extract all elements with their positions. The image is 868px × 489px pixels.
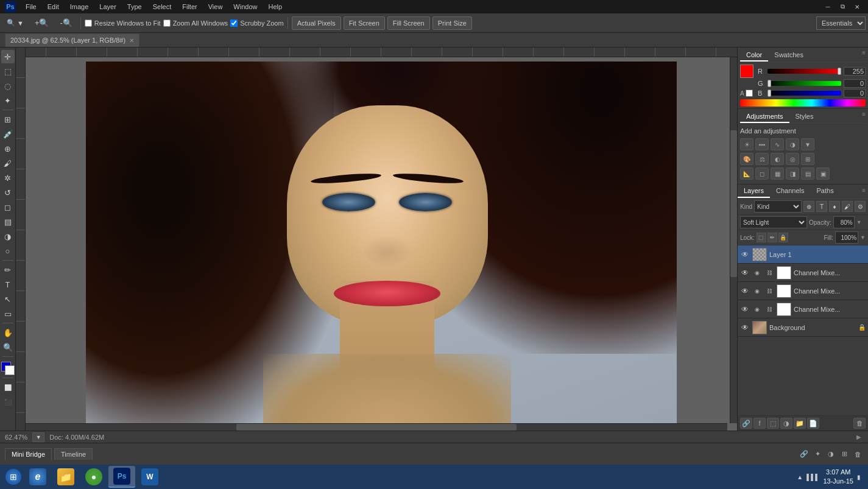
adj-photofilter-icon[interactable]: ◎ <box>786 153 799 165</box>
eraser-tool[interactable]: ◻ <box>1 200 15 214</box>
crop-tool[interactable]: ⊞ <box>1 113 15 126</box>
opacity-arrow[interactable]: ▼ <box>856 219 862 225</box>
menu-edit[interactable]: Edit <box>43 2 64 12</box>
text-tool[interactable]: T <box>1 278 15 291</box>
tab-channels[interactable]: Channels <box>770 185 810 198</box>
layer-visibility-channelmix1[interactable]: 👁 <box>740 268 750 278</box>
bottom-fx-icon[interactable]: ✦ <box>812 449 823 460</box>
lock-position-icon[interactable]: ✏ <box>767 233 777 242</box>
layer-item-channelmix2[interactable]: 👁 ◉ ⛓ Channel Mixe... <box>738 282 868 300</box>
brush-tool[interactable]: 🖌 <box>1 157 15 170</box>
filter-icon-5[interactable]: ⚙ <box>855 201 866 212</box>
tab-paths[interactable]: Paths <box>811 185 840 198</box>
color-main-swatch[interactable] <box>740 65 753 78</box>
layer-item-channelmix1[interactable]: 👁 ◉ ⛓ Channel Mixe... <box>738 264 868 282</box>
color-panel-options[interactable]: ≡ <box>862 49 866 62</box>
filter-select[interactable]: Kind <box>754 200 802 213</box>
adj-channelmixer-icon[interactable]: ⊞ <box>801 153 814 165</box>
dodge-tool[interactable]: ○ <box>1 244 15 258</box>
print-size-button[interactable]: Print Size <box>432 16 472 30</box>
menu-view[interactable]: View <box>203 2 228 12</box>
r-value-input[interactable] <box>844 67 866 76</box>
resize-windows-checkbox[interactable]: Resize Windows to Fit <box>85 19 161 27</box>
history-state-button[interactable]: ▼ <box>32 432 44 442</box>
layer-visibility-channelmix3[interactable]: 👁 <box>740 304 750 314</box>
pen-tool[interactable]: ✏ <box>1 263 15 276</box>
menu-image[interactable]: Image <box>65 2 94 12</box>
zoom-all-windows-input[interactable] <box>163 19 171 27</box>
menu-file[interactable]: File <box>21 2 41 12</box>
document-tab[interactable]: 20334.jpg @ 62.5% (Layer 1, RGB/8#) ✕ <box>5 33 139 47</box>
opacity-input[interactable] <box>833 216 855 228</box>
horizontal-scrollbar[interactable] <box>26 423 727 431</box>
zoom-tool-button[interactable]: 🔍 ▼ <box>2 16 28 30</box>
adj-invert-icon[interactable]: ◻ <box>755 167 769 180</box>
workspace-select[interactable]: Essentials <box>816 16 866 30</box>
status-arrow[interactable]: ▶ <box>855 433 863 442</box>
adj-vibrance-icon[interactable]: ▼ <box>801 138 814 150</box>
menu-window[interactable]: Window <box>228 2 262 12</box>
adj-hsl-icon[interactable]: 🎨 <box>740 153 753 165</box>
g-slider[interactable] <box>767 81 841 86</box>
add-group-button[interactable]: 📁 <box>794 418 806 429</box>
resize-windows-input[interactable] <box>85 19 92 27</box>
layer-visibility-layer1[interactable]: 👁 <box>740 250 750 259</box>
adj-posterize-icon[interactable]: ▦ <box>771 167 784 180</box>
taskbar-chrome[interactable]: ● <box>80 466 107 488</box>
bottom-link-icon[interactable]: 🔗 <box>799 449 810 460</box>
b-slider[interactable] <box>767 91 841 96</box>
bottom-adjust-icon[interactable]: ◑ <box>825 449 836 460</box>
fill-input[interactable] <box>835 231 858 244</box>
menu-layer[interactable]: Layer <box>94 2 121 12</box>
restore-button[interactable]: ⧉ <box>836 2 849 12</box>
adj-curves-icon[interactable]: ∿ <box>771 138 784 150</box>
adj-gradient-icon[interactable]: ▤ <box>801 167 814 180</box>
move-tool[interactable]: ✛ <box>1 50 15 63</box>
zoom-out-button[interactable]: -🔍 <box>55 16 76 30</box>
layers-panel-options[interactable]: ≡ <box>859 185 868 198</box>
selection-tool[interactable]: ⬚ <box>1 65 15 78</box>
r-slider[interactable] <box>767 69 841 74</box>
tab-timeline[interactable]: Timeline <box>54 448 93 460</box>
taskbar-word[interactable]: W <box>136 466 163 488</box>
bottom-grid-icon[interactable]: ⊞ <box>839 449 850 460</box>
zoom-in-button[interactable]: +🔍 <box>30 16 54 30</box>
bottom-trash-icon[interactable]: 🗑 <box>852 449 863 460</box>
taskbar-photoshop[interactable]: Ps <box>108 466 135 488</box>
adj-exposure-icon[interactable]: ◑ <box>786 138 799 150</box>
adj-panel-options[interactable]: ≡ <box>862 111 866 123</box>
hand-tool[interactable]: ✋ <box>1 326 15 339</box>
lasso-tool[interactable]: ◌ <box>1 79 15 93</box>
adj-levels-icon[interactable]: ▪▪▪ <box>755 138 769 150</box>
lock-all-icon[interactable]: 🔒 <box>778 233 788 242</box>
menu-filter[interactable]: Filter <box>177 2 202 12</box>
filter-icon-2[interactable]: T <box>816 201 827 212</box>
g-value-input[interactable] <box>844 79 866 88</box>
tab-styles[interactable]: Styles <box>789 111 820 123</box>
add-layer-button[interactable]: 📄 <box>807 418 819 429</box>
fill-screen-button[interactable]: Fill Screen <box>387 16 430 30</box>
b-value-input[interactable] <box>844 89 866 97</box>
blend-mode-select[interactable]: Soft Light <box>740 216 807 228</box>
adj-colorbalance-icon[interactable]: ⚖ <box>755 153 769 165</box>
filter-icon-1[interactable]: ⊕ <box>803 201 814 212</box>
tab-adjustments[interactable]: Adjustments <box>740 111 789 123</box>
delete-layer-button[interactable]: 🗑 <box>853 418 866 429</box>
menu-help[interactable]: Help <box>263 2 287 12</box>
scrubby-zoom-checkbox[interactable]: Scrubby Zoom <box>230 19 284 27</box>
fit-screen-button[interactable]: Fit Screen <box>344 16 385 30</box>
healing-tool[interactable]: ⊕ <box>1 142 15 155</box>
filter-icon-4[interactable]: 🖌 <box>842 201 853 212</box>
magic-wand-tool[interactable]: ✦ <box>1 94 15 107</box>
add-fx-button[interactable]: f <box>753 418 766 429</box>
layer-visibility-background[interactable]: 👁 <box>740 323 750 332</box>
color-spectrum[interactable] <box>740 99 866 107</box>
taskbar-ie[interactable]: e <box>24 466 51 488</box>
zoom-tool[interactable]: 🔍 <box>1 340 15 354</box>
add-link-style-button[interactable]: 🔗 <box>740 418 752 429</box>
background-color[interactable] <box>5 365 15 375</box>
adj-selectivecolor-icon[interactable]: ▣ <box>816 167 830 180</box>
add-adjustment-button[interactable]: ◑ <box>780 418 792 429</box>
taskbar-tray-arrow[interactable]: ▲ <box>797 474 803 480</box>
actual-pixels-button[interactable]: Actual Pixels <box>292 16 341 30</box>
